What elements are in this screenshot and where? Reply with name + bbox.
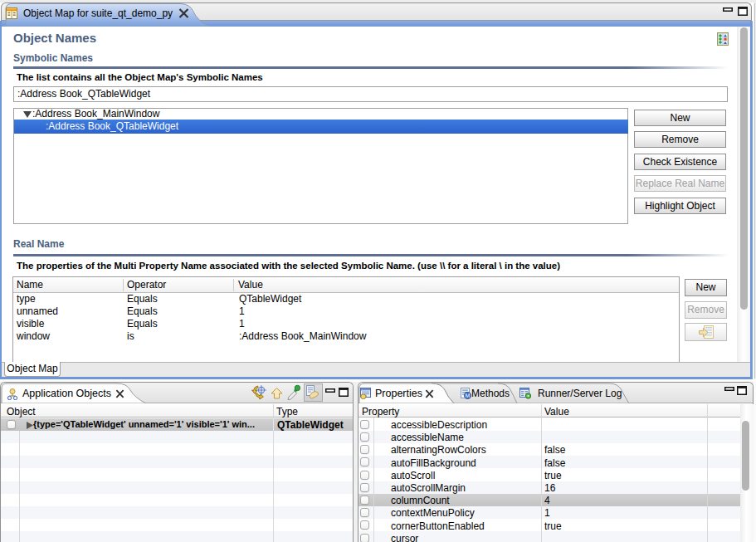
svg-text:M: M [466,393,471,398]
